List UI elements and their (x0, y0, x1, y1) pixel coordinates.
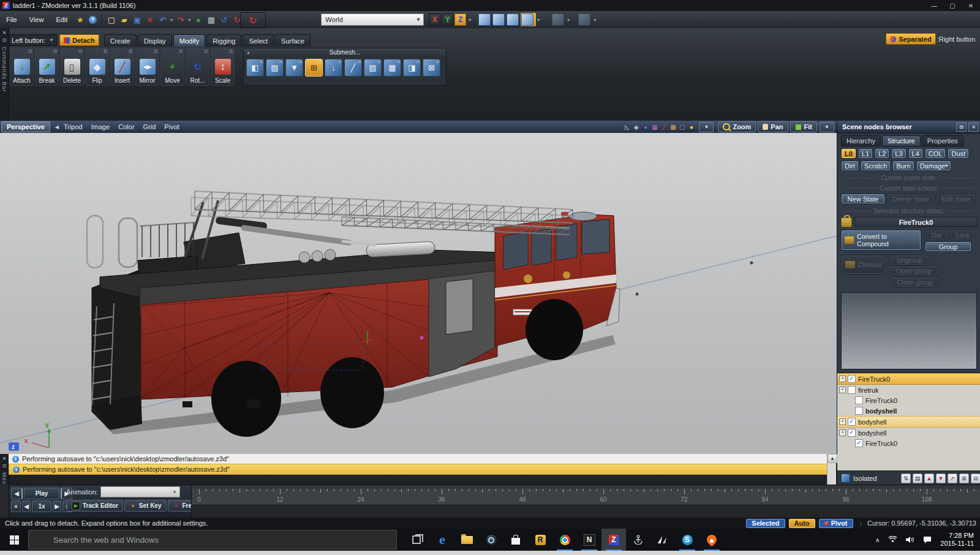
tree-node-row[interactable]: +✓bodyshell (837, 428, 980, 438)
tree-node-row[interactable]: ✓FireTruck0 (837, 438, 980, 448)
track-editor-button[interactable]: ▶ Track Editor (67, 500, 123, 512)
fire-truck-model[interactable]: y x z (0, 133, 837, 454)
vp-menu-grid[interactable]: Grid (143, 123, 156, 130)
skip-start-button[interactable]: ◀ (11, 488, 23, 499)
state-dust-button[interactable]: Dust (948, 148, 969, 159)
submesh-tool-6-icon[interactable]: ╱⊡ (344, 59, 362, 77)
mirror-button[interactable]: ⊡◀▶Mirror (135, 48, 159, 86)
options-box-icon[interactable]: ⊡ (279, 59, 282, 64)
selected-mode-button[interactable]: Selected (746, 519, 785, 528)
expand-icon[interactable]: + (839, 376, 846, 382)
pivot-mode-button[interactable]: Pivot (819, 519, 853, 528)
del-state-button[interactable]: Del (925, 230, 948, 240)
view-mode-button[interactable]: Perspective (1, 121, 50, 132)
state-dirt-button[interactable]: Dirt (841, 160, 859, 171)
taskbar-search-input[interactable]: Search the web and Windows (28, 530, 397, 549)
options-box-icon[interactable]: ⊡ (129, 49, 132, 54)
redo-icon[interactable]: ↷ (175, 14, 186, 26)
node-checkbox[interactable]: ✓ (848, 375, 856, 383)
vp-menu-color[interactable]: Color (118, 123, 134, 130)
close-panel-icon[interactable]: ✕ (968, 123, 979, 132)
menu-view[interactable]: View (23, 16, 50, 23)
collapse-group-icon[interactable]: ▲ (246, 50, 251, 55)
animation-select[interactable]: ▼ (100, 486, 180, 497)
pan-button[interactable]: Pan (758, 121, 788, 132)
node-checkbox[interactable] (855, 407, 863, 415)
steam-icon[interactable] (479, 529, 503, 551)
options-box-icon[interactable]: ⊡ (179, 49, 183, 54)
undo-icon[interactable]: ↶ (157, 14, 168, 26)
options-box-icon[interactable]: ⊡ (436, 59, 439, 64)
submesh-tool-2-icon[interactable]: ▨⊡ (266, 59, 284, 77)
key-icon[interactable]: ★ (74, 14, 86, 26)
panel-tab-structure[interactable]: Structure (882, 135, 921, 146)
options-box-icon[interactable]: ⊡ (104, 49, 107, 54)
left-button-dropdown[interactable]: Left button: ▼ (9, 34, 57, 46)
undo-curve-icon[interactable]: ↺ (218, 14, 230, 26)
polygons-mode-icon[interactable] (507, 13, 519, 26)
vertices-mode-icon[interactable] (478, 13, 491, 26)
timeline[interactable]: 01224364860728496108 (191, 485, 980, 519)
options-box-icon[interactable]: ⊡ (377, 59, 380, 64)
redo-icon-menu[interactable]: ▾ (187, 17, 192, 23)
save-icon[interactable]: ▣ (131, 14, 143, 26)
close-button[interactable]: ✕ (962, 1, 980, 10)
notifications-icon[interactable] (923, 536, 932, 544)
vp-menu-image[interactable]: Image (91, 123, 110, 130)
palette-icon[interactable]: ▦ (650, 123, 658, 131)
options-box-icon[interactable]: ⊡ (338, 59, 341, 64)
start-button[interactable] (0, 529, 28, 551)
wifi-icon[interactable] (888, 536, 897, 543)
flame-app-icon[interactable] (699, 529, 724, 551)
expand-icon[interactable]: + (839, 429, 846, 436)
viewport-options-icon[interactable]: ▼ (699, 122, 714, 132)
tree-node-row[interactable]: +firetruk (837, 385, 980, 395)
rotate-view-tool[interactable]: ↻ (240, 12, 266, 28)
tray-chevron-icon[interactable]: ∧ (875, 537, 880, 543)
volume-icon[interactable] (906, 536, 914, 543)
state-l2-button[interactable]: L2 (875, 148, 889, 159)
timeline-ruler[interactable]: 01224364860728496108 (192, 489, 980, 505)
tree-node-row[interactable]: +✓bodyshell (837, 416, 980, 428)
axis-y-button[interactable]: Y (442, 13, 453, 26)
separated-mode-button[interactable]: Separated (886, 33, 935, 45)
convert-to-compound-button[interactable]: Convert to Compound (841, 230, 921, 251)
submesh-tool-7-icon[interactable]: ▧⊡ (364, 59, 382, 77)
maximize-button[interactable]: ▢ (943, 1, 962, 10)
rewind-button[interactable]: « (11, 500, 21, 512)
task-view-icon[interactable] (405, 529, 430, 551)
state-l3-button[interactable]: L3 (891, 148, 906, 159)
menu-edit[interactable]: Edit (50, 16, 74, 23)
insert-button[interactable]: ⊡╱Insert (110, 48, 134, 86)
options-box-icon[interactable]: ⊡ (53, 49, 57, 54)
delete-icon[interactable]: ✕ (144, 14, 156, 26)
close-commands-icon[interactable]: ✕ (2, 30, 7, 36)
tab-rigging[interactable]: Rigging (206, 34, 241, 47)
submesh-tool-3-icon[interactable]: ▼⊡ (285, 59, 303, 77)
paint-icon[interactable]: ● (641, 123, 649, 131)
close-group-button[interactable]: Close group (890, 277, 940, 287)
zmodeler-icon[interactable]: Z (601, 529, 626, 551)
vp-menu-tripod[interactable]: Tripod (64, 123, 83, 130)
move-down-icon[interactable]: ▼ (936, 474, 946, 483)
options-box-icon[interactable]: ⊡ (299, 59, 302, 64)
tool-slot-1-icon[interactable] (552, 13, 564, 26)
new-file-icon[interactable]: ▢ (105, 14, 117, 26)
options-box-icon[interactable]: ⊡ (417, 59, 420, 64)
node-checkbox[interactable] (848, 386, 856, 394)
options-box-icon[interactable]: ⊡ (154, 49, 157, 54)
pin-commands-icon[interactable]: ⊡ (2, 37, 7, 43)
expand-icon[interactable]: + (839, 418, 846, 425)
detach-mode-button[interactable]: Detach (59, 34, 99, 46)
group-button[interactable]: Group (925, 241, 971, 252)
node-checkbox[interactable] (855, 396, 863, 404)
corsair-icon[interactable] (650, 529, 675, 551)
options-box-icon[interactable]: ⊡ (28, 49, 32, 54)
submesh-tool-1-icon[interactable]: ◧⊡ (246, 59, 264, 77)
open-group-button[interactable]: Open group (890, 265, 938, 276)
tab-display[interactable]: Display (138, 34, 172, 47)
coordinate-space-select[interactable]: World ▼ (321, 13, 424, 26)
pen-icon[interactable]: ╱ (660, 123, 668, 131)
submesh-tool-8-icon[interactable]: ▦⊡ (383, 59, 401, 77)
log-message-row[interactable]: iPerforming autosave to "c:\users\nick\d… (9, 454, 827, 464)
